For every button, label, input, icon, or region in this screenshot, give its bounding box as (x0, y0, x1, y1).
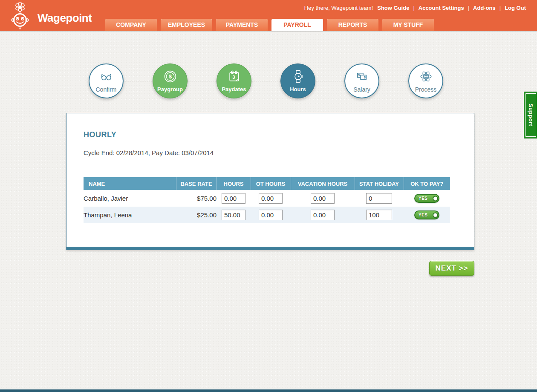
hours-input[interactable] (222, 210, 245, 220)
card-title: HOURLY (84, 130, 116, 139)
table-header-row: NAME BASE RATE HOURS OT HOURS VACATION H… (84, 177, 450, 190)
step-label: Paygroup (157, 86, 183, 92)
tab-my-stuff[interactable]: MY STUFF (382, 19, 434, 31)
step-label: Hours (290, 86, 306, 92)
step-label: Salary (353, 86, 370, 93)
col-ok-to-pay: OK TO PAY? (404, 177, 450, 190)
greeting-text: Hey there, Wagepoint team! (304, 5, 373, 11)
coin-dollar-icon: $ (163, 69, 177, 85)
hours-table: NAME BASE RATE HOURS OT HOURS VACATION H… (84, 177, 450, 223)
wagepoint-mascot-icon (4, 1, 36, 30)
table-row: Carballo, Javier $75.00 YES (84, 190, 450, 207)
tab-payroll[interactable]: PAYROLL (271, 19, 323, 31)
svg-text:3: 3 (232, 75, 235, 80)
calendar-icon: 3 (227, 69, 241, 85)
step-paydates[interactable]: 3 Paydates (217, 63, 251, 98)
wristwatch-icon (291, 69, 305, 85)
cycle-info: Cycle End: 02/28/2014, Pay Date: 03/07/2… (84, 149, 214, 156)
footer-bar (0, 389, 537, 392)
support-tab-label: Support (528, 104, 534, 126)
ot-hours-input[interactable] (259, 193, 283, 204)
add-ons-link[interactable]: Add-ons (464, 5, 496, 11)
next-button[interactable]: NEXT >> (429, 261, 474, 276)
svg-text:$: $ (168, 73, 172, 80)
svg-text:$: $ (364, 75, 366, 79)
ot-hours-input[interactable] (259, 210, 283, 220)
step-label: Process (415, 86, 437, 93)
col-name: NAME (84, 177, 176, 190)
eyeglasses-icon (99, 69, 113, 85)
stat-holiday-input[interactable] (366, 210, 392, 220)
col-vacation-hours: VACATION HOURS (291, 177, 355, 190)
main-nav: COMPANY EMPLOYEES PAYMENTS PAYROLL REPOR… (105, 19, 434, 31)
col-base-rate: BASE RATE (176, 177, 217, 190)
step-salary: $ $ Salary (344, 63, 379, 98)
show-guide-link[interactable]: Show Guide (377, 5, 409, 11)
support-tab-border: Support (525, 93, 536, 137)
base-rate-value: $75.00 (176, 190, 217, 207)
svg-text:$: $ (358, 73, 360, 77)
employee-name: Carballo, Javier (84, 190, 176, 207)
step-label: Paydates (222, 86, 246, 92)
table-row: Thampan, Leena $25.00 YES (84, 207, 450, 223)
banknotes-icon: $ $ (355, 69, 369, 85)
step-process: Process (408, 63, 443, 98)
base-rate-value: $25.00 (176, 207, 217, 223)
ok-to-pay-toggle[interactable]: YES (414, 210, 439, 219)
brand-name: Wagepoint (38, 12, 92, 25)
step-label: Confirm (95, 86, 116, 93)
wagepoint-logo[interactable]: Wagepoint (4, 1, 92, 30)
step-confirm: Confirm (89, 63, 124, 98)
log-out-link[interactable]: Log Out (496, 5, 526, 11)
toggle-label: YES (419, 196, 428, 201)
col-ot-hours: OT HOURS (251, 177, 291, 190)
toggle-label: YES (419, 213, 428, 217)
vacation-hours-input[interactable] (311, 210, 335, 220)
payroll-stepper: $ Paygroup 3 Paydates (89, 63, 443, 98)
vacation-hours-input[interactable] (311, 193, 335, 204)
atom-icon (419, 69, 433, 85)
tab-payments[interactable]: PAYMENTS (216, 19, 268, 31)
hours-input[interactable] (222, 193, 245, 204)
col-stat-holiday: STAT HOLIDAY (355, 177, 404, 190)
step-paygroup[interactable]: $ Paygroup (153, 63, 188, 98)
tab-employees[interactable]: EMPLOYEES (161, 19, 212, 31)
step-hours[interactable]: Hours (280, 63, 315, 98)
stat-holiday-input[interactable] (366, 193, 392, 204)
user-links: Hey there, Wagepoint team! Show Guide Ac… (304, 5, 526, 11)
top-header: Wagepoint Hey there, Wagepoint team! Sho… (0, 0, 537, 31)
col-hours: HOURS (217, 177, 251, 190)
hourly-card: HOURLY Cycle End: 02/28/2014, Pay Date: … (66, 113, 474, 250)
tab-company[interactable]: COMPANY (105, 19, 157, 31)
page: Wagepoint Hey there, Wagepoint team! Sho… (0, 0, 537, 392)
employee-name: Thampan, Leena (84, 207, 176, 223)
support-tab[interactable]: Support (524, 92, 537, 138)
toggle-knob (433, 212, 438, 218)
tab-reports[interactable]: REPORTS (327, 19, 378, 31)
toggle-knob (433, 196, 438, 201)
account-settings-link[interactable]: Account Settings (409, 5, 464, 11)
ok-to-pay-toggle[interactable]: YES (414, 194, 439, 203)
